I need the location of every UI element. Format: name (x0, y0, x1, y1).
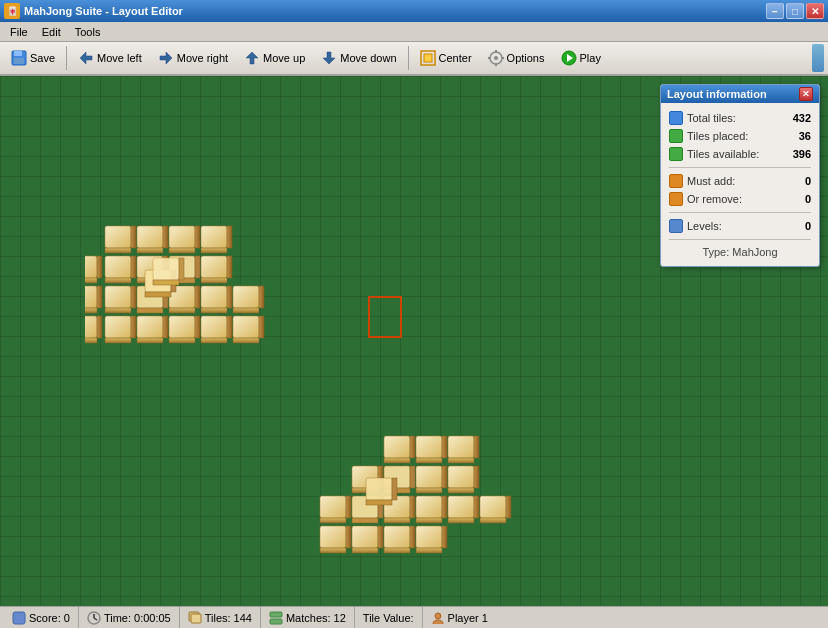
svg-rect-99 (346, 496, 351, 518)
matches-item: Matches: 12 (261, 607, 355, 628)
svg-rect-147 (270, 619, 282, 624)
svg-rect-109 (416, 518, 442, 523)
play-button[interactable]: Play (554, 46, 608, 70)
move-right-icon (158, 50, 174, 66)
svg-rect-52 (201, 278, 227, 283)
svg-rect-63 (227, 226, 232, 248)
svg-marker-3 (80, 52, 92, 64)
svg-rect-124 (416, 458, 442, 463)
move-up-button[interactable]: Move up (237, 46, 312, 70)
svg-rect-60 (195, 226, 200, 248)
levels-label: Levels: (687, 220, 801, 232)
svg-rect-116 (416, 466, 442, 488)
time-item: Time: 0:00:05 (79, 607, 180, 628)
svg-rect-100 (320, 518, 346, 523)
svg-rect-135 (506, 496, 511, 518)
svg-marker-5 (246, 52, 258, 64)
divider-1 (669, 167, 811, 168)
svg-rect-59 (169, 226, 195, 248)
options-button[interactable]: Options (481, 46, 552, 70)
svg-rect-129 (474, 466, 479, 488)
tile-value-item: Tile Value: (355, 607, 423, 628)
svg-rect-27 (227, 316, 232, 338)
player-label: Player 1 (448, 612, 488, 624)
toolbar-handle[interactable] (812, 44, 824, 72)
close-button[interactable]: ✕ (806, 3, 824, 19)
svg-rect-127 (448, 458, 474, 463)
options-icon (488, 50, 504, 66)
svg-rect-146 (270, 612, 282, 617)
svg-rect-70 (85, 308, 97, 313)
selection-rectangle (368, 296, 402, 338)
svg-rect-40 (201, 308, 227, 313)
must-add-value: 0 (805, 175, 811, 187)
svg-rect-58 (137, 248, 163, 253)
tiles-icon (188, 611, 202, 625)
tiles-label: Tiles: (205, 612, 231, 624)
move-left-button[interactable]: Move left (71, 46, 149, 70)
svg-rect-91 (352, 548, 378, 553)
play-icon (561, 50, 577, 66)
svg-rect-138 (392, 478, 397, 500)
svg-rect-64 (201, 248, 227, 253)
move-up-icon (244, 50, 260, 66)
menu-bar: File Edit Tools (0, 22, 828, 42)
center-icon (420, 50, 436, 66)
svg-rect-50 (201, 256, 227, 278)
tiles-value: 144 (234, 612, 252, 624)
svg-rect-55 (105, 248, 131, 253)
svg-rect-94 (384, 548, 410, 553)
type-label: Type: MahJong (669, 246, 811, 258)
must-add-icon (669, 174, 683, 188)
window-controls: − □ ✕ (766, 3, 824, 19)
svg-rect-8 (424, 54, 432, 62)
svg-rect-92 (384, 526, 410, 548)
svg-marker-4 (160, 52, 172, 64)
menu-edit[interactable]: Edit (36, 24, 67, 40)
score-item: Score: 0 (4, 607, 79, 628)
svg-rect-31 (105, 308, 131, 313)
move-down-button[interactable]: Move down (314, 46, 403, 70)
center-button[interactable]: Center (413, 46, 479, 70)
menu-tools[interactable]: Tools (69, 24, 107, 40)
score-icon (12, 611, 26, 625)
total-tiles-icon (669, 111, 683, 125)
svg-rect-21 (163, 316, 168, 338)
minimize-button[interactable]: − (766, 3, 784, 19)
svg-rect-93 (410, 526, 415, 548)
svg-rect-39 (227, 286, 232, 308)
svg-rect-82 (233, 308, 259, 313)
move-down-icon (321, 50, 337, 66)
maximize-button[interactable]: □ (786, 3, 804, 19)
total-tiles-row: Total tiles: 432 (669, 111, 811, 125)
move-left-icon (78, 50, 94, 66)
info-panel-title: Layout information (667, 88, 767, 100)
svg-rect-29 (105, 286, 131, 308)
main-canvas[interactable]: Layout information ✕ Total tiles: 432 Ti… (0, 76, 828, 606)
svg-rect-96 (442, 526, 447, 548)
svg-rect-97 (416, 548, 442, 553)
svg-rect-86 (320, 526, 346, 548)
info-panel-content: Total tiles: 432 Tiles placed: 36 Tiles … (661, 103, 819, 266)
window-title: MahJong Suite - Layout Editor (24, 5, 183, 17)
move-right-button[interactable]: Move right (151, 46, 235, 70)
svg-point-148 (435, 613, 441, 619)
score-value: 0 (64, 612, 70, 624)
info-panel-close-button[interactable]: ✕ (799, 87, 813, 101)
svg-rect-18 (131, 316, 136, 338)
svg-rect-98 (320, 496, 346, 518)
tile-cluster-2-svg (310, 406, 530, 606)
svg-rect-42 (131, 256, 136, 278)
svg-rect-30 (131, 286, 136, 308)
menu-file[interactable]: File (4, 24, 34, 40)
svg-rect-120 (410, 436, 415, 458)
levels-value: 0 (805, 220, 811, 232)
svg-rect-139 (366, 500, 392, 505)
app-icon: 🀄 (4, 3, 20, 19)
or-remove-value: 0 (805, 193, 811, 205)
svg-rect-24 (195, 316, 200, 338)
must-add-row: Must add: 0 (669, 174, 811, 188)
time-value: 0:00:05 (134, 612, 171, 624)
save-button[interactable]: Save (4, 46, 62, 70)
title-bar: 🀄 MahJong Suite - Layout Editor − □ ✕ (0, 0, 828, 22)
